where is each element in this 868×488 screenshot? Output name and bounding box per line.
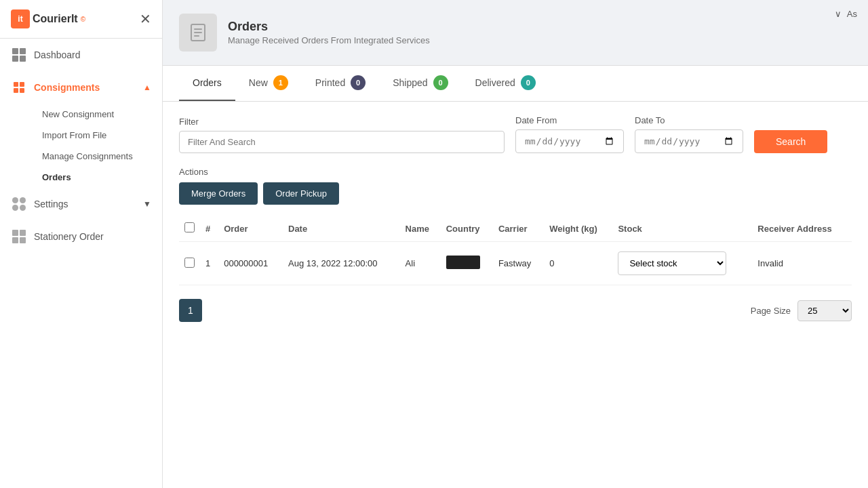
- settings-icon: [11, 196, 27, 212]
- settings-label: Settings: [34, 199, 68, 209]
- sidebar-item-consignments[interactable]: Consignments ▲: [0, 71, 162, 104]
- consignments-icon: [11, 79, 27, 96]
- row-order: 000000001: [218, 242, 283, 285]
- topbar: ∨ As: [824, 0, 868, 27]
- tab-shipped[interactable]: Shipped 0: [379, 66, 461, 101]
- page-size-select[interactable]: 25 50 100: [797, 300, 852, 321]
- row-country: [441, 242, 493, 285]
- tab-shipped-badge: 0: [433, 75, 448, 90]
- col-stock: Stock: [612, 216, 752, 242]
- svg-rect-0: [14, 82, 18, 87]
- logo-icon: it: [11, 9, 30, 28]
- pagination-row: 1 Page Size 25 50 100: [163, 285, 868, 336]
- tab-delivered-badge: 0: [521, 75, 536, 90]
- consignments-submenu: New Consignment Import From File Manage …: [0, 104, 162, 188]
- svg-rect-5: [194, 28, 202, 30]
- row-checkbox-cell: [179, 242, 200, 285]
- tab-orders-label: Orders: [193, 77, 222, 88]
- tab-printed-label: Printed: [315, 77, 345, 88]
- row-checkbox[interactable]: [184, 258, 195, 268]
- sidebar-item-manage-consignments[interactable]: Manage Consignments: [34, 146, 162, 167]
- col-name: Name: [400, 216, 441, 242]
- select-all-checkbox[interactable]: [184, 222, 195, 232]
- filter-label: Filter: [179, 117, 505, 127]
- page-title: Orders: [228, 20, 430, 34]
- order-pickup-button[interactable]: Order Pickup: [263, 182, 339, 205]
- sidebar-item-new-consignment[interactable]: New Consignment: [34, 104, 162, 125]
- row-num: 1: [200, 242, 218, 285]
- stationery-label: Stationery Order: [34, 231, 104, 242]
- stock-select[interactable]: Select stock: [618, 251, 726, 275]
- svg-rect-6: [194, 32, 202, 33]
- select-all-header: [179, 216, 200, 242]
- tabs-row: Orders New 1 Printed 0 Shipped 0 Deliver…: [163, 66, 868, 102]
- chevron-down-icon: ∨: [835, 9, 842, 19]
- tab-delivered-label: Delivered: [475, 77, 515, 88]
- svg-rect-2: [14, 88, 18, 93]
- svg-rect-7: [194, 35, 199, 37]
- page-subtitle: Manage Received Orders From Integrated S…: [228, 35, 430, 45]
- tab-shipped-label: Shipped: [393, 77, 427, 88]
- sidebar-item-settings[interactable]: Settings ▼: [0, 188, 162, 220]
- stationery-icon: [11, 228, 27, 245]
- tab-printed-badge: 0: [351, 75, 366, 90]
- col-weight: Weight (kg): [544, 216, 612, 242]
- svg-rect-1: [20, 82, 24, 87]
- row-receiver-address: Invalid: [752, 242, 852, 285]
- page-1-button[interactable]: 1: [179, 299, 202, 322]
- logo-text: CourierIt: [33, 13, 78, 25]
- row-stock: Select stock: [612, 242, 752, 285]
- row-date: Aug 13, 2022 12:00:00: [283, 242, 400, 285]
- main-content: ∨ As Orders Manage Received Orders From …: [163, 0, 868, 488]
- tab-printed[interactable]: Printed 0: [302, 66, 379, 101]
- sidebar-item-dashboard[interactable]: Dashboard: [0, 39, 162, 71]
- content-area: Orders New 1 Printed 0 Shipped 0 Deliver…: [163, 66, 868, 488]
- dashboard-label: Dashboard: [34, 49, 81, 60]
- col-num: #: [200, 216, 218, 242]
- sidebar-item-stationery[interactable]: Stationery Order: [0, 220, 162, 253]
- date-from-input[interactable]: [515, 129, 624, 153]
- actions-buttons: Merge Orders Order Pickup: [179, 182, 852, 205]
- logo: it CourierIt ©: [11, 9, 85, 28]
- sidebar-item-import-from-file[interactable]: Import From File: [34, 125, 162, 146]
- search-button[interactable]: Search: [754, 130, 827, 153]
- tab-delivered[interactable]: Delivered 0: [462, 66, 549, 101]
- page-size-label: Page Size: [751, 306, 791, 316]
- dashboard-icon: [11, 47, 27, 63]
- date-to-group: Date To: [635, 115, 743, 153]
- col-date: Date: [283, 216, 400, 242]
- table-row: 1 000000001 Aug 13, 2022 12:00:00 Ali Fa…: [179, 242, 852, 285]
- date-to-input[interactable]: [635, 129, 743, 153]
- filter-search-input[interactable]: [179, 131, 505, 153]
- row-name: Ali: [400, 242, 441, 285]
- tab-new-badge: 1: [273, 75, 288, 90]
- page-size-group: Page Size 25 50 100: [751, 300, 852, 321]
- col-country: Country: [441, 216, 493, 242]
- table-header-row: # Order Date Name Country Carrier Weight…: [179, 216, 852, 242]
- page-header: Orders Manage Received Orders From Integ…: [163, 0, 868, 66]
- date-to-label: Date To: [635, 115, 743, 125]
- chevron-down-icon: ▼: [143, 199, 151, 209]
- consignments-label: Consignments: [34, 82, 100, 93]
- tab-orders[interactable]: Orders: [179, 66, 235, 101]
- orders-header-icon: [179, 14, 217, 52]
- actions-label: Actions: [179, 167, 852, 177]
- close-sidebar-button[interactable]: ✕: [140, 11, 151, 27]
- sidebar-item-orders[interactable]: Orders: [34, 167, 162, 188]
- sidebar: it CourierIt © ✕ Dashboard Consignments …: [0, 0, 163, 488]
- svg-rect-3: [20, 88, 24, 93]
- col-receiver: Receiver Address: [752, 216, 852, 242]
- orders-table-container: # Order Date Name Country Carrier Weight…: [163, 216, 868, 285]
- col-carrier: Carrier: [493, 216, 544, 242]
- filter-row: Filter Date From Date To Search: [163, 102, 868, 167]
- col-order: Order: [218, 216, 283, 242]
- chevron-up-icon: ▲: [143, 83, 151, 92]
- orders-table: # Order Date Name Country Carrier Weight…: [179, 216, 852, 285]
- merge-orders-button[interactable]: Merge Orders: [179, 182, 258, 205]
- date-from-group: Date From: [515, 115, 624, 153]
- user-label: As: [847, 9, 857, 19]
- tab-new[interactable]: New 1: [235, 66, 302, 101]
- date-from-label: Date From: [515, 115, 624, 125]
- country-flag: [446, 256, 480, 269]
- page-header-text: Orders Manage Received Orders From Integ…: [228, 20, 430, 45]
